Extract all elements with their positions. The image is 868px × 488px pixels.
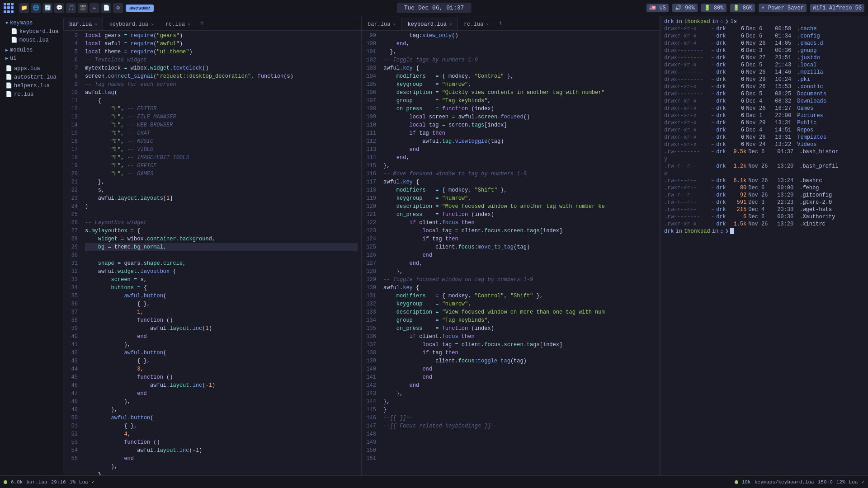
left-editor-content: 3456789101112131415161718192021222324252… [63, 31, 361, 475]
file-icon-autostart: 📄 [5, 74, 12, 80]
edit-icon[interactable]: ✏️ [90, 3, 99, 13]
keyboard-layout[interactable]: 🇺🇸 US [646, 4, 669, 12]
chevron-right-icon-ui: ▶ [5, 56, 8, 61]
battery2-indicator: 🔋 86% [730, 4, 755, 12]
sidebar-label-rc: rc.lua [14, 91, 33, 98]
file-icon-rc: 📄 [5, 91, 12, 98]
term-entry-cache: drwxr-xr-x – drk 6 Dec 6 00:58 .cache [664, 25, 864, 33]
clock: Tue Dec 06, 01:37 [397, 3, 472, 13]
close-tab-rc-icon[interactable]: ✕ [188, 22, 190, 27]
sidebar-label-apps: apps.lua [14, 66, 40, 72]
prompt-symbol: ❯ [725, 18, 728, 25]
files-icon[interactable]: 📄 [101, 3, 111, 13]
close-tab-icon[interactable]: ✕ [94, 22, 97, 27]
wifi-indicator: WiFi Alfredo 5G [810, 4, 864, 12]
right-editor-pane: bar.lua ✕ keyboard.lua ✕ rc.lua ✕ + 9910… [362, 16, 660, 475]
prompt-user: drk [664, 18, 674, 25]
file-name: .cache [797, 25, 816, 33]
prompt-host: thonkpad [684, 18, 710, 25]
terminal-pane: drk in thonkpad in ⌂ ❯ ls drwxr-xr-x – d… [660, 16, 868, 475]
left-tab-rc[interactable]: rc.lua ✕ [160, 18, 196, 30]
chevron-down-icon: ▼ [5, 21, 8, 26]
sidebar-label-helpers: helpers.lua [14, 83, 50, 89]
right-tab-label-keyboard: keyboard.lua [407, 21, 446, 28]
terminal-prompt-ls: drk in thonkpad in ⌂ ❯ ls [664, 18, 864, 25]
sidebar-item-helpers[interactable]: 📄 helpers.lua [4, 81, 59, 90]
close-tab-keyboard-icon[interactable]: ✕ [151, 22, 154, 27]
right-add-tab-button[interactable]: + [495, 18, 506, 29]
file-perm: drwxr-xr-x [664, 25, 709, 33]
right-tab-bar-lua[interactable]: bar.lua ✕ [362, 18, 401, 30]
left-tab-bar: bar.lua ✕ keyboard.lua ✕ rc.lua ✕ + [63, 16, 361, 31]
term-entry-justdo: drwx-------- – drk 6 Nov 27 23:51 .justd… [664, 54, 864, 61]
term-entry-bash-history: .rw-------- – drk 9.5k Dec 6 01:37 .bash… [664, 148, 864, 155]
sidebar-item-apps[interactable]: 📄 apps.lua [4, 64, 59, 73]
left-status-ok: ✓ [92, 479, 95, 485]
status-right-section: 18k keymaps/keyboard.lua 150:0 12% Lua ✓ [735, 479, 864, 485]
right-status-ok: ✓ [861, 479, 864, 485]
right-close-tab-rc-icon[interactable]: ✕ [486, 22, 489, 27]
status-left-section: 6.0k bar.lua 29:16 1% Lua ✓ [4, 479, 94, 485]
right-tab-rc[interactable]: rc.lua ✕ [458, 18, 495, 30]
term-entry-config: drwxr-xr-x – drk 6 Dec 6 01:34 .config [664, 33, 864, 40]
terminal-icon[interactable]: 💬 [54, 3, 64, 13]
right-filename: keymaps/keyboard.lua [755, 479, 814, 485]
term-entry-xonotic: drwxr-xr-x – drk 6 Nov 26 15:53 .xonotic [664, 83, 864, 90]
left-lang: Lua [79, 479, 88, 485]
video-icon[interactable]: 🎬 [78, 3, 88, 13]
term-entry-emacs: drwxr-xr-x – drk 6 Nov 26 14:05 .emacs.d [664, 40, 864, 47]
left-filename: bar.lua [26, 479, 47, 485]
left-tab-keyboard[interactable]: keyboard.lua ✕ [103, 18, 159, 30]
folder-icon[interactable]: 📁 [19, 3, 29, 13]
sidebar-label-keyboard: keyboard.lua [19, 28, 58, 35]
refresh-icon[interactable]: 🔄 [42, 3, 52, 13]
sidebar-item-keymaps[interactable]: ▼ keymaps [4, 19, 59, 27]
sidebar-item-ui[interactable]: ▶ ui [4, 54, 59, 62]
term-entry-bash-profile: .rw-r--r-- – drk 1.2k Nov 26 13:20 .bash… [664, 163, 864, 170]
left-tab-bar-lua[interactable]: bar.lua ✕ [63, 18, 103, 30]
left-editor-pane: bar.lua ✕ keyboard.lua ✕ rc.lua ✕ + 3456… [63, 16, 362, 475]
term-entry-local: drwxr-xr-x – drk 6 Dec 5 21:43 .local [664, 61, 864, 69]
add-tab-button[interactable]: + [196, 18, 208, 29]
term-entry-repos: drwxr-xr-x – drk 6 Dec 4 14:51 Repos [664, 127, 864, 134]
term-entry-pki: drwx-------- – drk 6 Nov 29 10:24 .pki [664, 76, 864, 83]
terminal-cursor [730, 228, 734, 234]
sidebar-section-keymaps: ▼ keymaps 📄 keyboard.lua 📄 mouse.lua [0, 18, 63, 45]
term-entry-templates: drwxr-xr-x – drk 6 Nov 26 13:31 Template… [664, 134, 864, 141]
chevron-right-icon: ▶ [5, 47, 8, 53]
right-scroll-percent: 12% [836, 479, 845, 485]
right-close-tab-keyboard-icon[interactable]: ✕ [449, 22, 452, 27]
tab-label-rc: rc.lua [165, 21, 185, 28]
term-entry-pictures: drwxr-xr-x – drk 6 Dec 1 22:00 Pictures [664, 112, 864, 119]
left-cursor-pos: 29:16 [51, 479, 66, 485]
right-file-size: 18k [742, 479, 751, 485]
right-tab-bar: bar.lua ✕ keyboard.lua ✕ rc.lua ✕ + [362, 16, 660, 31]
file-icon-mouse: 📄 [11, 37, 18, 43]
left-code-area: local gears = require("gears") local awf… [81, 31, 361, 475]
settings-icon[interactable]: ⚙️ [113, 3, 123, 13]
right-tab-keyboard[interactable]: keyboard.lua ✕ [401, 18, 458, 30]
term-entry-documents: drwx-------- – drk 6 Dec 5 08:25 Documen… [664, 90, 864, 98]
sidebar-item-keyboard[interactable]: 📄 keyboard.lua [4, 27, 59, 36]
topbar-icons: 📁 🌐 🔄 💬 🎵 🎬 ✏️ 📄 ⚙️ [19, 3, 123, 13]
sidebar-label-ui: ui [10, 55, 16, 61]
term-entry-games: drwxr-xr-x – drk 6 Nov 26 16:27 Games [664, 105, 864, 112]
sidebar-item-autostart[interactable]: 📄 autostart.lua [4, 73, 59, 81]
topbar-right: 🇺🇸 US 🔊 90% 🔋 80% 🔋 86% ⚡ Power Saver Wi… [646, 4, 864, 12]
sidebar-label-modules: modules [10, 47, 33, 53]
browser-icon[interactable]: 🌐 [31, 3, 41, 13]
battery-indicator: 🔋 80% [701, 4, 726, 12]
sidebar-item-mouse[interactable]: 📄 mouse.lua [4, 36, 59, 44]
file-date: Dec 6 [746, 25, 773, 33]
sidebar-item-rc[interactable]: 📄 rc.lua [4, 90, 59, 99]
sidebar-label-keymaps: keymaps [10, 20, 33, 26]
right-editor-content: 9910010110210310410510610710810911011111… [362, 31, 660, 475]
left-scroll-percent: 1% [70, 479, 75, 485]
apps-grid-icon[interactable] [4, 3, 14, 14]
term-entry-gitconfig: .rw-r--r-- – drk 92 Nov 26 13:20 .gitcon… [664, 192, 864, 199]
right-tab-label: bar.lua [368, 21, 390, 28]
workspace-tag[interactable]: awesome [126, 5, 154, 12]
right-close-tab-icon[interactable]: ✕ [393, 22, 396, 27]
music-icon[interactable]: 🎵 [66, 3, 76, 13]
sidebar-item-modules[interactable]: ▶ modules [4, 46, 59, 54]
